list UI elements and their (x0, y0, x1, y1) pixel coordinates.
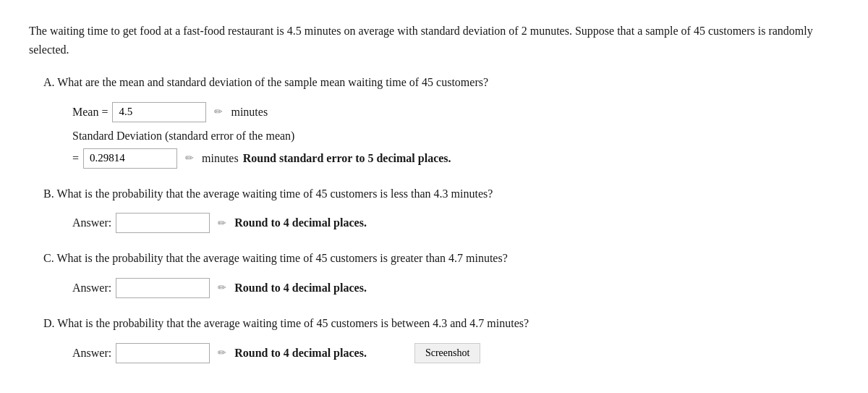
answer-b-pencil-icon[interactable]: ✏ (214, 215, 230, 231)
answer-d-pencil-icon[interactable]: ✏ (214, 345, 230, 361)
answer-d-label: Answer: (72, 347, 111, 360)
answer-d-instruction: Round to 4 decimal places. (234, 347, 367, 360)
question-c-block: C. What is the probability that the aver… (29, 249, 839, 298)
question-a-label: A. What are the mean and standard deviat… (43, 73, 839, 92)
sd-instruction: Round standard error to 5 decimal places… (243, 152, 451, 165)
answer-b-input[interactable] (116, 213, 210, 233)
question-a-block: A. What are the mean and standard deviat… (29, 73, 839, 169)
mean-pencil-icon[interactable]: ✏ (210, 104, 226, 120)
answer-c-input[interactable] (116, 278, 210, 298)
intro-paragraph: The waiting time to get food at a fast-f… (29, 22, 839, 59)
question-d-label: D. What is the probability that the aver… (43, 314, 839, 333)
mean-label: Mean = (72, 106, 108, 119)
sd-equals-row: = ✏ minutes Round standard error to 5 de… (43, 148, 839, 169)
question-b-label: B. What is the probability that the aver… (43, 185, 839, 203)
screenshot-button[interactable]: Screenshot (414, 343, 480, 363)
answer-c-row: Answer: ✏ Round to 4 decimal places. (43, 278, 839, 298)
mean-input[interactable] (112, 102, 206, 122)
answer-b-instruction: Round to 4 decimal places. (234, 216, 367, 229)
question-d-block: D. What is the probability that the aver… (29, 314, 839, 363)
sd-label: Standard Deviation (standard error of th… (72, 130, 294, 142)
answer-c-label: Answer: (72, 282, 111, 295)
answer-d-input[interactable] (116, 343, 210, 363)
answer-c-instruction: Round to 4 decimal places. (234, 282, 367, 295)
mean-row: Mean = ✏ minutes (43, 102, 839, 122)
sd-equals: = (72, 152, 79, 165)
answer-b-row: Answer: ✏ Round to 4 decimal places. (43, 213, 839, 233)
sd-input[interactable] (83, 148, 177, 169)
sd-label-row: Standard Deviation (standard error of th… (43, 130, 839, 143)
question-c-label: C. What is the probability that the aver… (43, 249, 839, 268)
mean-unit: minutes (231, 106, 268, 119)
sd-pencil-icon[interactable]: ✏ (182, 151, 197, 166)
answer-b-label: Answer: (72, 216, 111, 229)
question-b-block: B. What is the probability that the aver… (29, 185, 839, 234)
answer-d-row: Answer: ✏ Round to 4 decimal places. Scr… (43, 343, 839, 363)
sd-unit: minutes (202, 152, 239, 165)
answer-c-pencil-icon[interactable]: ✏ (214, 280, 230, 296)
